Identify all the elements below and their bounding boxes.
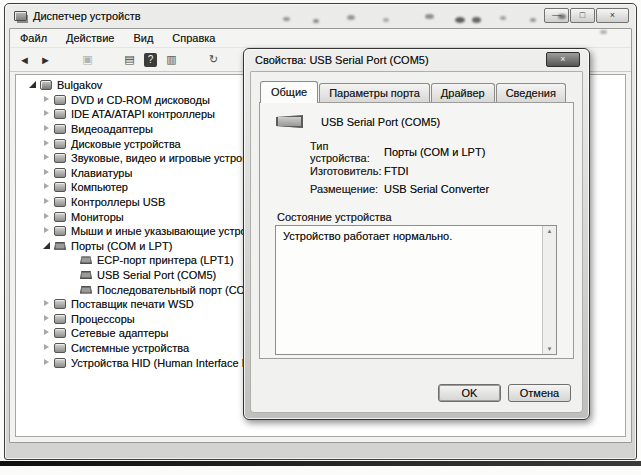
scroll-up-icon[interactable]: ▲ bbox=[547, 228, 553, 234]
scan-artifact bbox=[558, 14, 566, 19]
scan-artifact bbox=[500, 16, 506, 20]
device-status-group-label: Состояние устройства bbox=[277, 211, 392, 223]
titlebar[interactable]: Диспетчер устройств — □ × bbox=[5, 4, 636, 28]
expander-icon[interactable] bbox=[68, 285, 79, 295]
mouse-icon bbox=[54, 226, 66, 236]
toolbar-separator[interactable] bbox=[56, 50, 77, 69]
scan-artifact bbox=[383, 18, 389, 22]
field-value: Порты (COM и LPT) bbox=[384, 146, 485, 158]
disk-drive-icon bbox=[54, 139, 66, 149]
dialog-body: Общие Параметры порта Драйвер Сведения U… bbox=[250, 71, 583, 413]
com-port-icon bbox=[80, 286, 92, 294]
expander-icon[interactable] bbox=[42, 226, 53, 236]
expander-icon[interactable] bbox=[42, 124, 53, 134]
expander-icon[interactable] bbox=[42, 153, 53, 163]
menu-file[interactable]: Файл bbox=[18, 31, 49, 45]
device-status-textbox[interactable]: Устройство работает нормально. ▲ ▼ bbox=[275, 225, 557, 355]
ok-button[interactable]: OK bbox=[438, 384, 501, 402]
back-button[interactable]: ◄ bbox=[14, 50, 35, 69]
com-port-icon bbox=[80, 271, 92, 279]
window-title: Диспетчер устройств bbox=[33, 10, 141, 22]
expander-icon[interactable] bbox=[42, 168, 53, 178]
menu-help[interactable]: Справка bbox=[170, 31, 217, 45]
system-devices-icon bbox=[54, 343, 66, 353]
expander-icon[interactable] bbox=[42, 139, 53, 149]
page-bottom-edge bbox=[0, 461, 641, 466]
scan-artifact bbox=[472, 17, 481, 23]
expander-icon[interactable] bbox=[68, 255, 79, 265]
scan-artifact bbox=[455, 17, 465, 23]
device-info-row: Изготовитель: FTDI bbox=[310, 162, 561, 181]
tree-item-label: Поставщик печати WSD bbox=[71, 298, 194, 310]
device-info-row: Размещение: USB Serial Converter bbox=[310, 180, 561, 199]
expander-icon[interactable] bbox=[42, 109, 53, 119]
menu-bar: Файл Действие Вид Справка bbox=[10, 29, 631, 48]
close-button[interactable]: × bbox=[596, 8, 629, 23]
ports-icon bbox=[54, 242, 66, 250]
print-provider-icon bbox=[54, 299, 66, 309]
device-info-fields: Тип устройства: Порты (COM и LPT) Изгото… bbox=[310, 143, 561, 199]
tab-driver[interactable]: Драйвер bbox=[431, 83, 495, 102]
cancel-button[interactable]: Отмена bbox=[508, 384, 571, 402]
scroll-down-icon[interactable]: ▼ bbox=[547, 346, 553, 352]
expander-icon[interactable] bbox=[42, 343, 53, 353]
expander-icon[interactable] bbox=[42, 212, 53, 222]
dialog-tabs: Общие Параметры порта Драйвер Сведения bbox=[260, 80, 567, 102]
tree-item-label: ECP-порт принтера (LPT1) bbox=[97, 254, 234, 266]
scan-artifact bbox=[313, 19, 319, 23]
expander-icon[interactable] bbox=[42, 241, 53, 251]
menu-action[interactable]: Действие bbox=[64, 31, 116, 45]
list-view-button[interactable]: ▥ bbox=[161, 50, 182, 69]
expander-icon[interactable] bbox=[42, 358, 53, 368]
tree-item-label: Звуковые, видео и игровые устройства bbox=[71, 152, 271, 164]
field-label: Тип устройства: bbox=[310, 140, 384, 164]
field-label: Изготовитель: bbox=[310, 165, 384, 177]
expander-icon[interactable] bbox=[42, 197, 53, 207]
scan-hardware-changes-button[interactable]: ↻ bbox=[203, 50, 224, 69]
expander-icon[interactable] bbox=[42, 328, 53, 338]
device-header: USB Serial Port (COM5) bbox=[276, 115, 440, 128]
tree-item-label: Bulgakov bbox=[57, 79, 102, 91]
tree-item-label: IDE ATA/ATAPI контроллеры bbox=[71, 108, 215, 120]
scan-artifact bbox=[283, 17, 290, 21]
tree-item-label: Мониторы bbox=[71, 211, 124, 223]
expander-icon[interactable] bbox=[42, 299, 53, 309]
maximize-button[interactable]: □ bbox=[570, 8, 595, 23]
tab-general[interactable]: Общие bbox=[260, 81, 318, 103]
status-scrollbar[interactable]: ▲ ▼ bbox=[542, 226, 556, 354]
expander-icon[interactable] bbox=[42, 314, 53, 324]
toolbar-separator[interactable] bbox=[98, 50, 119, 69]
tree-item-label: Контроллеры USB bbox=[71, 196, 165, 208]
dialog-buttons: OK Отмена bbox=[438, 384, 571, 402]
toolbar-separator[interactable] bbox=[182, 50, 203, 69]
help-button[interactable]: ? bbox=[140, 50, 161, 69]
dialog-title: Свойства: USB Serial Port (COM5) bbox=[255, 54, 429, 66]
expander-icon[interactable] bbox=[42, 182, 53, 192]
properties-dialog: Свойства: USB Serial Port (COM5) × Общие… bbox=[243, 48, 590, 420]
computer-icon bbox=[54, 182, 66, 192]
toolbar-separator[interactable] bbox=[224, 50, 245, 69]
forward-button[interactable]: ► bbox=[35, 50, 56, 69]
menu-view[interactable]: Вид bbox=[131, 31, 155, 45]
tab-details[interactable]: Сведения bbox=[496, 83, 566, 102]
expander-icon[interactable] bbox=[42, 95, 53, 105]
device-status-text: Устройство работает нормально. bbox=[283, 230, 452, 242]
tree-item-label: USB Serial Port (COM5) bbox=[97, 269, 216, 281]
tree-item-label: Сетевые адаптеры bbox=[71, 327, 168, 339]
dialog-titlebar[interactable]: Свойства: USB Serial Port (COM5) × bbox=[244, 49, 589, 71]
dialog-close-button[interactable]: × bbox=[546, 52, 580, 67]
device-info-row: Тип устройства: Порты (COM и LPT) bbox=[310, 143, 561, 162]
dvd-drive-icon bbox=[54, 95, 66, 105]
general-tab-panel: USB Serial Port (COM5) Тип устройства: П… bbox=[259, 102, 574, 359]
expander-icon[interactable] bbox=[28, 80, 39, 90]
hid-devices-icon bbox=[54, 358, 66, 368]
field-value: USB Serial Converter bbox=[384, 183, 489, 195]
expander-icon[interactable] bbox=[68, 270, 79, 280]
properties-button[interactable]: ▤ bbox=[119, 50, 140, 69]
sound-video-game-icon bbox=[54, 153, 66, 163]
computer-icon bbox=[40, 80, 52, 90]
lpt-port-icon bbox=[80, 256, 92, 264]
tab-port-settings[interactable]: Параметры порта bbox=[319, 83, 430, 102]
serial-port-connector-icon bbox=[276, 115, 303, 128]
show-hide-console-tree-button[interactable]: ▣ bbox=[77, 50, 98, 69]
